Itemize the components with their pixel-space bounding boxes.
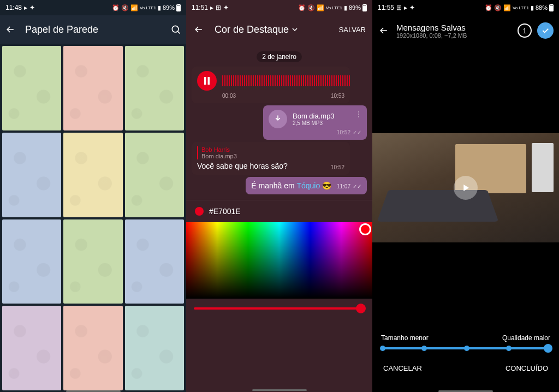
- slider-step[interactable]: [506, 346, 512, 351]
- read-ticks-icon: ✓✓: [353, 129, 361, 135]
- hue-slider[interactable]: [186, 299, 372, 320]
- wallpaper-tile[interactable]: [125, 46, 184, 130]
- status-bar: 11:55 ⊞ ▸ ✦ ⏰ 🔇 📶 Vo LTE1 ▮ 88%: [372, 0, 559, 15]
- screenshot-icon: ⊞: [216, 4, 221, 11]
- back-button[interactable]: [4, 23, 16, 35]
- wallpaper-tile[interactable]: [2, 46, 61, 130]
- wallpaper-tile[interactable]: [125, 133, 184, 217]
- file-message-bubble[interactable]: Bom dia.mp3 2,5 MB MP3 ⋮ 10:52✓✓: [263, 105, 367, 140]
- back-button[interactable]: [193, 23, 205, 35]
- reply-preview[interactable]: Bob Harris Bom dia.mp3: [197, 146, 344, 159]
- hex-input-row[interactable]: #E7001E: [186, 200, 372, 222]
- download-button[interactable]: [269, 110, 287, 128]
- header-bar: Papel de Parede: [0, 15, 186, 44]
- app-icon: ✦: [29, 4, 35, 11]
- wallpaper-tile[interactable]: [63, 133, 122, 217]
- color-spectrum[interactable]: [186, 222, 372, 299]
- slider-step[interactable]: [464, 346, 469, 351]
- save-button[interactable]: SALVAR: [339, 26, 366, 34]
- more-icon[interactable]: ⋮: [355, 110, 362, 118]
- slider-step[interactable]: [421, 346, 427, 351]
- svg-rect-2: [208, 77, 210, 85]
- mute-icon: 🔇: [494, 4, 502, 11]
- slider-thumb[interactable]: [356, 304, 366, 313]
- battery-label: 88%: [536, 4, 548, 11]
- chat-preview: 2 de janeiro 00:03 10:53 Bom dia.mp3: [186, 44, 372, 200]
- status-time: 11:48: [5, 4, 22, 11]
- wallpaper-tile[interactable]: [125, 306, 184, 390]
- voice-message-bubble[interactable]: 00:03 10:53: [192, 67, 350, 103]
- wallpaper-tile[interactable]: [125, 219, 184, 304]
- alarm-icon: ⏰: [298, 4, 306, 11]
- network-label: Vo LTE1: [140, 5, 156, 10]
- video-preview[interactable]: [372, 133, 559, 242]
- quality-slider-row: Tamanho menor Qualidade maior: [372, 334, 559, 349]
- message-text: É manhã em Tóquio 😎: [251, 181, 334, 190]
- slider-step[interactable]: [380, 346, 385, 351]
- preview-object: [377, 190, 499, 222]
- network-label: Vo LTE1: [513, 5, 529, 10]
- reply-sender: Bob Harris: [201, 146, 344, 153]
- youtube-icon: ▸: [210, 4, 213, 11]
- status-time: 11:55: [378, 4, 394, 11]
- wallpaper-tile[interactable]: [63, 46, 122, 130]
- page-title: Papel de Parede: [25, 24, 98, 35]
- youtube-icon: ▸: [404, 4, 407, 11]
- screen-accent-color: 11:51 ▸ ⊞ ✦ ⏰ 🔇 📶 Vo LTE1 ▮ 89% Cor de D…: [186, 0, 372, 392]
- wallpaper-grid: [0, 44, 186, 392]
- nav-pill[interactable]: [66, 390, 121, 392]
- page-title-dropdown[interactable]: Cor de Destaque: [215, 24, 298, 35]
- cancel-button[interactable]: CANCELAR: [383, 364, 422, 372]
- message-time: 10:52: [331, 164, 344, 170]
- wallpaper-tile[interactable]: [2, 219, 61, 304]
- nav-pill[interactable]: [252, 389, 307, 391]
- file-size: 2,5 MB MP3: [293, 120, 335, 126]
- chevron-down-icon: [292, 27, 298, 32]
- status-time: 11:51: [192, 4, 208, 11]
- page-title-label: Cor de Destaque: [215, 24, 289, 35]
- wallpaper-tile[interactable]: [2, 133, 61, 217]
- wifi-icon: 📶: [317, 4, 324, 11]
- done-button[interactable]: CONCLUÍDO: [506, 364, 548, 372]
- nav-pill[interactable]: [438, 390, 493, 392]
- outgoing-message-bubble[interactable]: É manhã em Tóquio 😎 11:07✓✓: [246, 177, 367, 194]
- voice-timestamp: 10:53: [331, 93, 344, 99]
- read-ticks-icon: ✓✓: [353, 183, 361, 189]
- message-time: 10:52: [337, 129, 350, 135]
- mute-icon: 🔇: [307, 4, 315, 11]
- status-bar: 11:48 ▸ ✦ ⏰ 🔇 📶 Vo LTE1 ▮ 89%: [0, 0, 186, 15]
- screen-wallpaper-picker: 11:48 ▸ ✦ ⏰ 🔇 📶 Vo LTE1 ▮ 89% Papel de P…: [0, 0, 186, 392]
- hex-value[interactable]: #E7001E: [209, 207, 241, 216]
- battery-icon: [362, 4, 367, 11]
- wallpaper-tile[interactable]: [63, 219, 122, 304]
- signal-icon: ▮: [158, 4, 161, 11]
- alarm-icon: ⏰: [112, 4, 120, 11]
- battery-icon: [176, 4, 181, 11]
- search-button[interactable]: [170, 23, 182, 35]
- battery-icon: [549, 4, 554, 11]
- mute-icon: 🔇: [121, 4, 129, 11]
- signal-icon: ▮: [344, 4, 347, 11]
- selection-count-badge[interactable]: 1: [518, 23, 532, 38]
- pause-button[interactable]: [197, 71, 217, 91]
- confirm-button[interactable]: [537, 22, 554, 39]
- spectrum-cursor[interactable]: [359, 223, 371, 235]
- message-link[interactable]: Tóquio: [296, 181, 320, 190]
- message-time: 11:07: [337, 183, 350, 189]
- quality-label-max: Qualidade maior: [502, 334, 550, 342]
- play-button[interactable]: [454, 176, 478, 200]
- status-bar: 11:51 ▸ ⊞ ✦ ⏰ 🔇 📶 Vo LTE1 ▮ 89%: [186, 0, 372, 15]
- color-swatch: [195, 207, 204, 216]
- wallpaper-tile[interactable]: [2, 306, 61, 390]
- wallpaper-tile[interactable]: [63, 306, 122, 390]
- quality-slider[interactable]: [381, 347, 550, 349]
- battery-label: 89%: [349, 4, 361, 11]
- incoming-message-bubble[interactable]: Bob Harris Bom dia.mp3 Você sabe que hor…: [192, 142, 350, 175]
- voice-elapsed: 00:03: [222, 93, 236, 99]
- back-button[interactable]: [378, 25, 390, 37]
- screenshot-icon: ⊞: [396, 4, 402, 11]
- header-bar: Cor de Destaque SALVAR: [186, 15, 372, 44]
- preview-object: [532, 143, 554, 192]
- waveform[interactable]: [222, 75, 350, 86]
- youtube-icon: ▸: [24, 4, 27, 11]
